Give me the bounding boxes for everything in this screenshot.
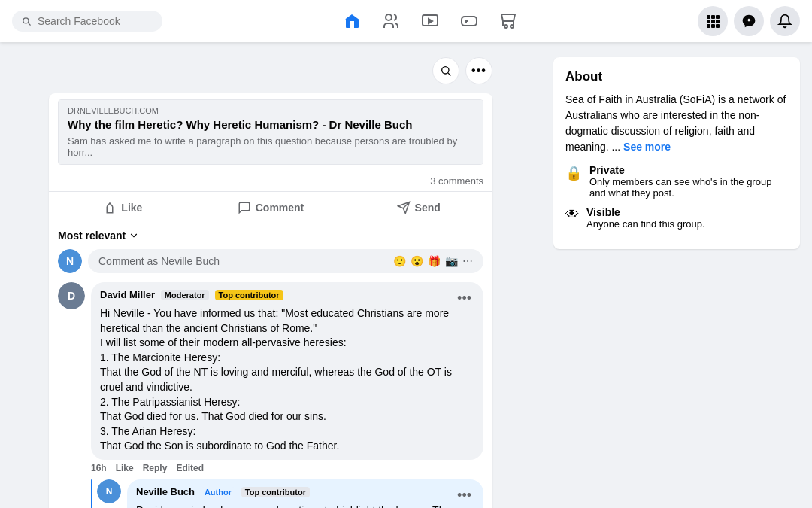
visible-desc: Anyone can find this group. — [586, 218, 705, 230]
comment-icon — [238, 201, 251, 214]
about-title: About — [565, 69, 788, 84]
search-icon — [21, 15, 32, 27]
neville-author-1: Neville Buch — [136, 486, 195, 497]
post-link-desc: Sam has asked me to write a paragraph on… — [59, 134, 483, 164]
send-icon — [397, 201, 411, 214]
messenger-btn[interactable] — [734, 6, 764, 36]
post-link-domain: DRNEVILLEBUCH.COM — [59, 100, 483, 117]
friends-nav-btn[interactable] — [373, 3, 409, 39]
feed-content: ••• DRNEVILLEBUCH.COM Why the film Heret… — [49, 57, 492, 508]
david-reply-btn[interactable]: Reply — [143, 463, 168, 473]
svg-rect-7 — [716, 15, 720, 19]
apps-icon — [705, 14, 720, 29]
like-label: Like — [121, 202, 142, 214]
nav-left — [12, 11, 162, 32]
see-more-link[interactable]: See more — [623, 141, 671, 153]
david-comment-text: Hi Neville - You have informed us that: … — [100, 306, 474, 454]
gif-icon[interactable]: 😮 — [411, 255, 423, 267]
sort-label: Most relevant — [58, 230, 126, 242]
svg-rect-2 — [462, 17, 477, 26]
like-btn[interactable]: Like — [49, 195, 197, 221]
david-avatar: D — [58, 282, 85, 309]
send-label: Send — [415, 202, 441, 214]
send-btn[interactable]: Send — [344, 195, 492, 221]
top-right-actions: ••• — [49, 57, 492, 84]
photo-icon[interactable]: 📷 — [445, 255, 458, 267]
about-card: About Sea of Faith in Australia (SoFiA) … — [553, 57, 800, 249]
more-emoji-icon[interactable]: ⋯ — [462, 255, 473, 267]
svg-rect-5 — [707, 15, 710, 19]
svg-point-14 — [442, 67, 449, 74]
neville-reply-more-btn-1[interactable]: ••• — [454, 488, 474, 502]
post-card: DRNEVILLEBUCH.COM Why the film Heretic? … — [49, 93, 492, 508]
search-bar[interactable] — [12, 11, 162, 32]
top-badge-1: Top contributor — [241, 487, 310, 497]
comment-input-row: N Comment as Neville Buch 🙂 😮 🎁 📷 ⋯ — [58, 249, 483, 273]
visible-title: Visible — [586, 206, 705, 218]
comment-more-btn[interactable]: ••• — [454, 291, 474, 305]
main-layout: ••• DRNEVILLEBUCH.COM Why the film Heret… — [0, 42, 812, 508]
search-icon-sm — [440, 65, 452, 77]
about-private-item: 🔒 Private Only members can see who's in … — [565, 164, 788, 199]
david-comment-actions: 16h Like Reply Edited — [91, 463, 483, 473]
moderator-badge: Moderator — [161, 290, 209, 300]
svg-rect-13 — [716, 24, 720, 28]
nav-center — [334, 3, 526, 39]
svg-point-0 — [386, 14, 392, 20]
neville-avatar-1: N — [97, 479, 121, 503]
right-sidebar: About Sea of Faith in Australia (SoFiA) … — [541, 42, 812, 508]
emoji-icon[interactable]: 🙂 — [393, 255, 406, 267]
messenger-icon — [741, 14, 756, 29]
nav-right — [698, 6, 800, 36]
lock-icon: 🔒 — [565, 165, 582, 181]
chevron-down-icon — [129, 230, 139, 241]
david-comment-time: 16h — [91, 463, 107, 473]
svg-rect-11 — [707, 24, 710, 28]
david-comment-bubble: David Miller Moderator Top contributor •… — [91, 282, 483, 460]
post-link-preview[interactable]: DRNEVILLEBUCH.COM Why the film Heretic? … — [58, 99, 483, 165]
comment-input-box[interactable]: Comment as Neville Buch 🙂 😮 🎁 📷 ⋯ — [88, 249, 483, 273]
svg-rect-10 — [716, 20, 720, 23]
private-desc: Only members can see who's in the group … — [589, 176, 788, 199]
svg-point-3 — [504, 25, 508, 28]
neville-comment-bubble-1: Neville Buch Author Top contributor ••• — [127, 479, 483, 508]
neville-reply-text-1: David, yes, indeed, agree, and continue … — [136, 503, 474, 508]
notifications-btn[interactable] — [770, 6, 800, 36]
notifications-icon — [777, 14, 792, 29]
top-navigation — [0, 0, 812, 42]
comment-item: D David Miller Moderator Top contributor — [58, 282, 483, 508]
watch-nav-btn[interactable] — [412, 3, 448, 39]
search-input[interactable] — [38, 15, 153, 27]
gaming-nav-btn[interactable] — [451, 3, 487, 39]
about-visible-item: 👁 Visible Anyone can find this group. — [565, 206, 788, 230]
svg-rect-6 — [711, 15, 715, 19]
more-icon: ••• — [471, 64, 486, 78]
home-nav-btn[interactable] — [334, 3, 370, 39]
david-like-btn[interactable]: Like — [116, 463, 134, 473]
feed-area: ••• DRNEVILLEBUCH.COM Why the film Heret… — [0, 42, 541, 508]
david-edited-label: Edited — [176, 463, 204, 473]
eye-icon: 👁 — [565, 207, 579, 223]
neville-reply-1: N Neville Buch Author — [97, 479, 483, 508]
top-contributor-badge: Top contributor — [215, 290, 283, 300]
more-action-btn[interactable]: ••• — [465, 57, 492, 84]
post-link-title: Why the film Heretic? Why Heretic Humani… — [59, 117, 483, 134]
apps-btn[interactable] — [698, 6, 728, 36]
comment-label: Comment — [256, 202, 304, 214]
like-icon — [103, 201, 117, 214]
david-author: David Miller — [100, 289, 155, 300]
comment-user-avatar: N — [58, 249, 82, 273]
sticker-icon[interactable]: 🎁 — [428, 255, 441, 267]
comment-emoji-tools: 🙂 😮 🎁 📷 ⋯ — [393, 255, 473, 267]
comment-count: 3 comments — [49, 171, 492, 191]
comments-section: Most relevant N Comment as Neville Buch … — [49, 224, 492, 508]
comment-btn[interactable]: Comment — [197, 195, 345, 221]
svg-rect-9 — [711, 20, 715, 23]
comment-input-placeholder: Comment as Neville Buch — [98, 255, 220, 267]
svg-rect-12 — [711, 24, 715, 28]
author-badge-1: Author — [201, 487, 235, 497]
marketplace-nav-btn[interactable] — [490, 3, 526, 39]
action-bar: Like Comment Send — [49, 191, 492, 224]
sort-bar[interactable]: Most relevant — [58, 230, 483, 242]
search-action-btn[interactable] — [432, 57, 459, 84]
